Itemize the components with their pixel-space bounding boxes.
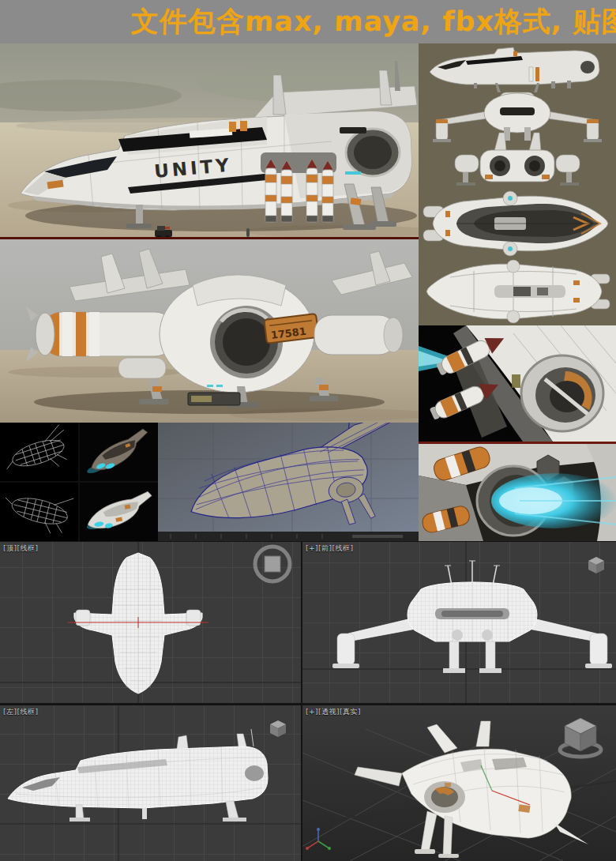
ortho-views-panel [419,43,616,325]
perspective-view-render [302,705,616,861]
viewcube-icon[interactable] [255,547,290,581]
ship-side-silhouette [8,729,268,822]
side-view-wireframe [0,705,301,861]
rover-vehicle [155,226,172,238]
hero-render-panel: UNITY [0,43,419,238]
orthographic-views-sheet [419,43,616,325]
viewport-label-perspective[interactable]: [+][透视][真实] [306,708,361,716]
max-viewport-perspective: [+][透视][真实] [302,705,616,861]
ship-front-silhouette [332,561,612,673]
viewport-label-top[interactable]: [顶][线框] [3,544,39,552]
thumbnail-grid-panel [0,423,158,541]
engine-glow-panel [419,444,616,541]
max-viewport-top: [顶][线框] [0,542,301,703]
max-viewport-left: [左][线框] [0,705,301,861]
title-bar: 文件包含max, maya, fbx格式, 贴图模型完整 [0,0,616,43]
viewport-label-front[interactable]: [+][前][线框] [306,544,354,552]
model-showcase-page: 文件包含max, maya, fbx格式, 贴图模型完整 [0,0,616,861]
maya-wireframe-panel [158,423,419,541]
viewcube-icon[interactable] [270,720,286,737]
max-viewport-front: [+][前][线框] [302,542,616,703]
engine-closeup-dark-panel [419,325,616,442]
spaceship-side-render: UNITY [0,43,419,238]
page-title: 文件包含max, maya, fbx格式, 贴图模型完整 [130,3,616,40]
thumbnail-grid [0,423,158,541]
top-view-wireframe [0,542,301,703]
spaceship-rear-render: 17581 [0,239,419,423]
engine-glow-render [419,444,616,541]
viewport-label-left[interactable]: [左][线框] [3,708,39,716]
viewcube-icon[interactable] [588,557,604,573]
front-view-wireframe [302,542,616,703]
maya-wireframe-viewport [158,423,419,541]
engine-closeup-render [419,325,616,442]
rear-render-panel: 17581 [0,239,419,423]
astronaut-figure [246,228,250,237]
